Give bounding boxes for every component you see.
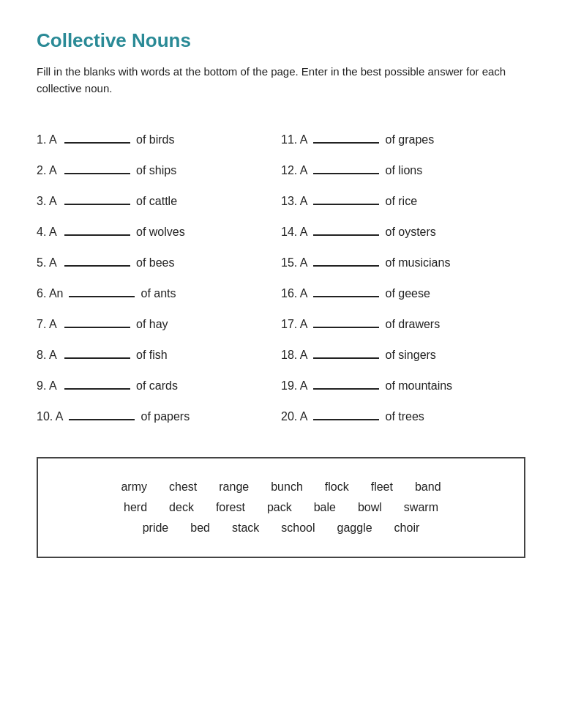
question-noun: of cattle bbox=[136, 195, 177, 208]
question-noun: of mountains bbox=[385, 379, 452, 393]
answer-blank[interactable] bbox=[69, 407, 135, 420]
question-number: 18. A bbox=[281, 349, 307, 362]
answer-blank[interactable] bbox=[313, 284, 379, 297]
question-noun: of papers bbox=[140, 410, 190, 423]
list-item: 19. Aof mountains bbox=[281, 369, 525, 400]
list-item: 3. Aof cattle bbox=[37, 185, 281, 215]
word-bank-word: swarm bbox=[404, 501, 438, 514]
list-item: 7. Aof hay bbox=[37, 308, 281, 338]
answer-blank[interactable] bbox=[64, 376, 130, 390]
word-bank-word: bale bbox=[314, 501, 336, 514]
question-noun: of singers bbox=[385, 349, 435, 362]
word-bank-word: range bbox=[219, 480, 249, 494]
list-item: 15. Aof musicians bbox=[281, 246, 525, 277]
answer-blank[interactable] bbox=[313, 223, 379, 236]
question-number: 14. A bbox=[281, 226, 307, 239]
page-title: Collective Nouns bbox=[37, 29, 525, 52]
list-item: 8. Aof fish bbox=[37, 338, 281, 369]
word-bank-word: forest bbox=[216, 501, 245, 514]
word-bank-word: choir bbox=[394, 521, 420, 535]
word-bank-word: chest bbox=[169, 480, 197, 494]
question-number: 12. A bbox=[281, 164, 307, 177]
answer-blank[interactable] bbox=[64, 346, 130, 359]
word-bank-row: herddeckforestpackbalebowlswarm bbox=[60, 501, 502, 514]
question-number: 10. A bbox=[37, 410, 63, 423]
word-bank-word: gaggle bbox=[337, 521, 372, 535]
word-bank: armychestrangebunchflockfleetbandherddec… bbox=[37, 457, 525, 558]
question-number: 11. A bbox=[281, 133, 307, 146]
question-number: 9. A bbox=[37, 379, 59, 393]
word-bank-row: armychestrangebunchflockfleetband bbox=[60, 480, 502, 494]
list-item: 1. Aof birds bbox=[37, 123, 281, 154]
answer-blank[interactable] bbox=[64, 161, 130, 174]
word-bank-word: army bbox=[121, 480, 147, 494]
instructions: Fill in the blanks with words at the bot… bbox=[37, 64, 525, 97]
list-item: 2. Aof ships bbox=[37, 154, 281, 185]
word-bank-word: school bbox=[281, 521, 315, 535]
word-bank-word: bed bbox=[190, 521, 210, 535]
questions-left: 1. Aof birds2. Aof ships3. Aof cattle4. … bbox=[37, 123, 281, 431]
question-noun: of birds bbox=[136, 133, 174, 146]
answer-blank[interactable] bbox=[64, 130, 130, 144]
word-bank-word: stack bbox=[232, 521, 259, 535]
questions-grid: 1. Aof birds2. Aof ships3. Aof cattle4. … bbox=[37, 123, 525, 431]
list-item: 6. Anof ants bbox=[37, 277, 281, 308]
question-noun: of rice bbox=[385, 195, 417, 208]
answer-blank[interactable] bbox=[64, 315, 130, 328]
question-noun: of hay bbox=[136, 318, 168, 331]
answer-blank[interactable] bbox=[313, 192, 379, 205]
question-noun: of fish bbox=[136, 349, 168, 362]
list-item: 16. Aof geese bbox=[281, 277, 525, 308]
question-number: 4. A bbox=[37, 226, 59, 239]
question-noun: of drawers bbox=[385, 318, 440, 331]
word-bank-word: pack bbox=[267, 501, 292, 514]
question-number: 19. A bbox=[281, 379, 307, 393]
word-bank-word: fleet bbox=[371, 480, 393, 494]
question-number: 6. An bbox=[37, 287, 63, 300]
answer-blank[interactable] bbox=[313, 161, 379, 174]
answer-blank[interactable] bbox=[313, 315, 379, 328]
word-bank-word: flock bbox=[325, 480, 349, 494]
answer-blank[interactable] bbox=[313, 407, 379, 420]
list-item: 5. Aof bees bbox=[37, 246, 281, 277]
question-noun: of musicians bbox=[385, 256, 450, 270]
question-number: 16. A bbox=[281, 287, 307, 300]
answer-blank[interactable] bbox=[64, 223, 130, 236]
answer-blank[interactable] bbox=[313, 130, 379, 144]
answer-blank[interactable] bbox=[69, 284, 135, 297]
question-noun: of geese bbox=[385, 287, 430, 300]
question-number: 5. A bbox=[37, 256, 59, 270]
word-bank-word: bowl bbox=[358, 501, 382, 514]
question-noun: of bees bbox=[136, 256, 174, 270]
question-number: 13. A bbox=[281, 195, 307, 208]
list-item: 10. Aof papers bbox=[37, 400, 281, 431]
question-number: 2. A bbox=[37, 164, 59, 177]
word-bank-word: pride bbox=[143, 521, 169, 535]
question-noun: of wolves bbox=[136, 226, 185, 239]
word-bank-word: bunch bbox=[271, 480, 303, 494]
word-bank-row: pridebedstackschoolgagglechoir bbox=[60, 521, 502, 535]
list-item: 18. Aof singers bbox=[281, 338, 525, 369]
list-item: 11. Aof grapes bbox=[281, 123, 525, 154]
questions-right: 11. Aof grapes12. Aof lions13. Aof rice1… bbox=[281, 123, 525, 431]
question-number: 17. A bbox=[281, 318, 307, 331]
question-noun: of trees bbox=[385, 410, 424, 423]
list-item: 20. Aof trees bbox=[281, 400, 525, 431]
answer-blank[interactable] bbox=[64, 253, 130, 267]
list-item: 14. Aof oysters bbox=[281, 215, 525, 246]
question-noun: of cards bbox=[136, 379, 178, 393]
answer-blank[interactable] bbox=[313, 376, 379, 390]
question-number: 3. A bbox=[37, 195, 59, 208]
word-bank-word: deck bbox=[169, 501, 194, 514]
question-number: 1. A bbox=[37, 133, 59, 146]
question-noun: of grapes bbox=[385, 133, 434, 146]
question-noun: of lions bbox=[385, 164, 422, 177]
list-item: 17. Aof drawers bbox=[281, 308, 525, 338]
answer-blank[interactable] bbox=[64, 192, 130, 205]
list-item: 9. Aof cards bbox=[37, 369, 281, 400]
answer-blank[interactable] bbox=[313, 253, 379, 267]
list-item: 12. Aof lions bbox=[281, 154, 525, 185]
answer-blank[interactable] bbox=[313, 346, 379, 359]
question-number: 8. A bbox=[37, 349, 59, 362]
question-number: 7. A bbox=[37, 318, 59, 331]
